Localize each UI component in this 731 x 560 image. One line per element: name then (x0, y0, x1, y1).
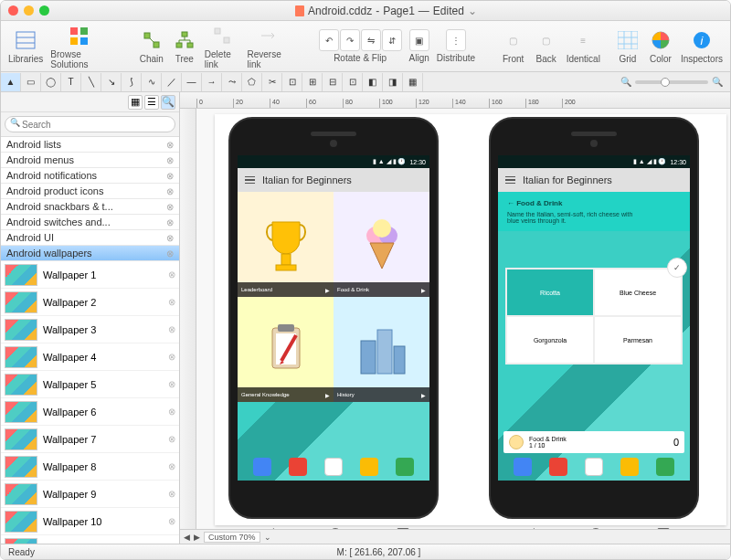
dock-app-1[interactable] (253, 458, 271, 476)
poly-tool[interactable]: ⬠ (242, 73, 262, 91)
menu-icon[interactable] (245, 176, 255, 185)
rotate-right-button[interactable]: ↷ (340, 29, 360, 51)
nav-home[interactable] (589, 528, 602, 529)
pointer-tool[interactable]: ▲ (1, 73, 21, 91)
close-window-button[interactable] (8, 5, 18, 16)
category-item[interactable]: Android lists⊗ (1, 137, 179, 153)
libraries-button[interactable]: Libraries (8, 28, 43, 64)
misc3-tool[interactable]: ▦ (403, 73, 423, 91)
tile-leaderboard[interactable]: Leaderboard▶ (238, 192, 334, 297)
option-1[interactable]: Ricotta (506, 269, 594, 316)
color-button[interactable]: Color (648, 28, 673, 64)
back-link[interactable]: ← Food & Drink (507, 199, 681, 207)
delete-link-button[interactable]: Delete link (205, 24, 240, 69)
nav-recent[interactable] (657, 528, 670, 529)
dock-app-2[interactable] (549, 458, 567, 476)
wallpaper-item[interactable]: Wallpaper 2⊗ (1, 289, 179, 316)
grid-button[interactable]: Grid (615, 28, 641, 64)
wallpaper-item[interactable]: Wallpaper 10⊗ (1, 508, 179, 535)
tile-general-knowledge[interactable]: General Knowledge▶ (238, 297, 334, 402)
rotate-left-button[interactable]: ↶ (319, 29, 339, 51)
dock-app-4[interactable] (620, 458, 639, 476)
line-tool[interactable]: ╲ (81, 73, 101, 91)
connector-tool[interactable]: ↘ (101, 73, 122, 91)
group-tool[interactable]: ⊡ (343, 73, 363, 91)
zoom-out-icon[interactable]: 🔍 (620, 77, 631, 87)
wallpaper-item[interactable]: Wallpaper 7⊗ (1, 426, 179, 453)
smart-tool[interactable]: ⤳ (222, 73, 242, 91)
reverse-link-button[interactable]: Reverse link (247, 24, 289, 69)
nav-recent[interactable] (397, 528, 409, 529)
wallpaper-item[interactable]: Wallpaper 9⊗ (1, 481, 179, 508)
wallpaper-item[interactable]: Wallpaper 5⊗ (1, 371, 179, 398)
search-input[interactable] (5, 116, 175, 132)
front-button[interactable]: ▢Front (501, 28, 526, 64)
minimize-window-button[interactable] (24, 5, 34, 16)
inspectors-button[interactable]: iInspectors (681, 28, 723, 64)
zoom-label[interactable]: Custom 70% (204, 532, 260, 543)
flip-h-button[interactable]: ⇋ (361, 29, 381, 51)
phone-mockup-1[interactable]: ▮ ▲ ◢ ▮ 🕐12:30 Italian for Beginners Lea… (228, 117, 439, 519)
dock-app-4[interactable] (360, 458, 378, 476)
dock-app-5[interactable] (396, 458, 414, 476)
category-item[interactable]: Android product icons⊗ (1, 184, 179, 199)
dock-app-2[interactable] (289, 458, 307, 476)
wallpaper-item[interactable]: Wallpaper 11⊗ (1, 535, 179, 544)
option-3[interactable]: Gorgonzola (506, 316, 594, 364)
tile-history[interactable]: History▶ (334, 297, 429, 402)
phone-mockup-2[interactable]: ▮ ▲ ◢ ▮ 🕐12:30 Italian for Beginners ← F… (489, 117, 699, 519)
text-tool[interactable]: T (61, 73, 81, 91)
wallpaper-item[interactable]: Wallpaper 8⊗ (1, 453, 179, 481)
menu-icon[interactable] (505, 176, 515, 185)
category-item[interactable]: Android wallpapers⊗ (1, 246, 179, 261)
arc-tool[interactable]: ⟆ (122, 73, 142, 91)
dock-app-3[interactable] (585, 458, 603, 476)
category-item[interactable]: Android menus⊗ (1, 153, 179, 168)
curve-tool[interactable]: ∿ (142, 73, 162, 91)
wallpaper-item[interactable]: Wallpaper 4⊗ (1, 343, 179, 371)
grid-view-button[interactable]: ▦ (128, 95, 143, 110)
zoom-slider[interactable] (635, 80, 708, 84)
zoom-window-button[interactable] (39, 5, 49, 16)
line3-tool[interactable]: — (182, 73, 202, 91)
ellipse-tool[interactable]: ◯ (41, 73, 61, 91)
page-prev[interactable]: ◀ (184, 533, 190, 542)
wallpaper-item[interactable]: Wallpaper 1⊗ (1, 261, 179, 289)
dock-app-1[interactable] (514, 458, 532, 476)
option-4[interactable]: Parmesan (594, 316, 682, 364)
canvas[interactable]: ▮ ▲ ◢ ▮ 🕐12:30 Italian for Beginners Lea… (196, 109, 730, 529)
node-tool[interactable]: ⊡ (282, 73, 302, 91)
nav-home[interactable] (329, 528, 342, 529)
list-view-button[interactable]: ☰ (144, 95, 159, 110)
category-item[interactable]: Android switches and...⊗ (1, 215, 179, 230)
align-button[interactable]: ▣ (409, 29, 429, 51)
arrow-tool[interactable]: → (202, 73, 222, 91)
flip-v-button[interactable]: ⇵ (382, 29, 402, 51)
category-item[interactable]: Android notifications⊗ (1, 168, 179, 184)
tree-button[interactable]: Tree (172, 28, 197, 64)
category-item[interactable]: Android snackbars & t...⊗ (1, 199, 179, 215)
category-item[interactable]: Android UI⊗ (1, 230, 179, 246)
wallpaper-item[interactable]: Wallpaper 6⊗ (1, 398, 179, 426)
nav-back[interactable] (258, 528, 274, 529)
misc2-tool[interactable]: ◨ (383, 73, 403, 91)
zoom-in-icon[interactable]: 🔍 (712, 77, 723, 87)
align-tool[interactable]: ⊟ (323, 73, 343, 91)
distribute-button[interactable]: ⋮ (446, 29, 466, 51)
dock-app-3[interactable] (324, 458, 343, 476)
search-toggle-button[interactable]: 🔍 (161, 95, 175, 110)
misc1-tool[interactable]: ◧ (363, 73, 383, 91)
option-2[interactable]: Blue Cheese (594, 269, 682, 316)
snap-tool[interactable]: ⊞ (302, 73, 323, 91)
chain-button[interactable]: Chain (139, 28, 164, 64)
dock-app-5[interactable] (656, 458, 674, 476)
rect-tool[interactable]: ▭ (21, 73, 41, 91)
line2-tool[interactable]: ／ (162, 73, 182, 91)
tile-food-drink[interactable]: Food & Drink▶ (334, 192, 429, 297)
back-button[interactable]: ▢Back (534, 28, 559, 64)
page-next[interactable]: ▶ (194, 533, 200, 542)
nav-back[interactable] (518, 528, 535, 529)
wallpaper-item[interactable]: Wallpaper 3⊗ (1, 316, 179, 343)
identical-button[interactable]: ≡Identical (567, 28, 600, 64)
clip-tool[interactable]: ✂ (262, 73, 282, 91)
